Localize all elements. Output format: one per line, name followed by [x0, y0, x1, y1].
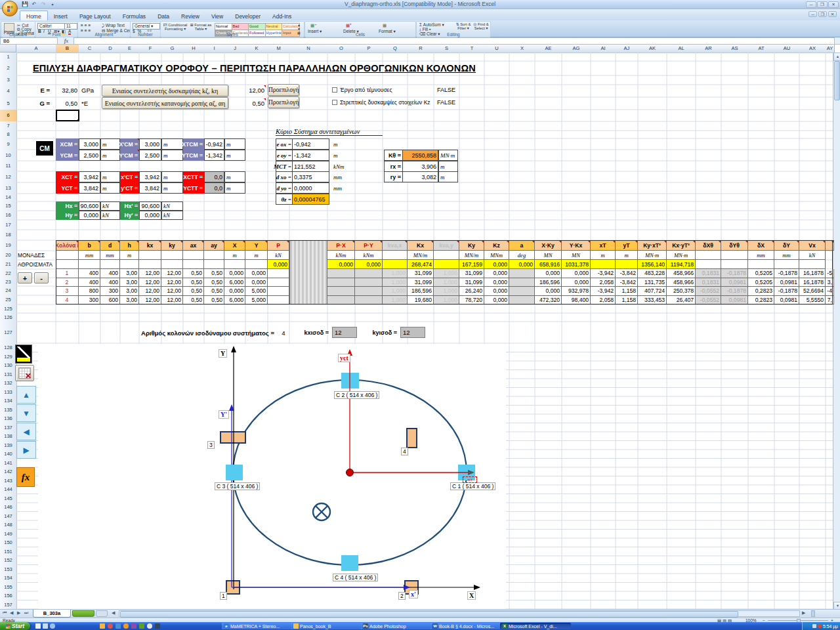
table-unit[interactable]: m	[120, 251, 139, 260]
table-header-Kx[interactable]: Kx	[408, 240, 434, 251]
table-cell[interactable]: 0,000	[484, 287, 509, 296]
table-sum[interactable]: 1356,140	[638, 260, 667, 269]
row-header-141[interactable]: 141	[0, 459, 17, 469]
quicklaunch-icon[interactable]	[50, 623, 55, 629]
table-cell[interactable]: 7,	[826, 296, 834, 305]
row-header-2[interactable]: 2	[0, 61, 17, 76]
table-cell[interactable]: 0,2823	[748, 296, 774, 305]
taskbar-button-folder[interactable]: Panos_book_B	[291, 623, 362, 629]
table-cell[interactable]	[268, 287, 289, 296]
table-cell[interactable]	[355, 269, 383, 278]
table-cell[interactable]	[268, 296, 289, 305]
table-header-δY[interactable]: δY	[774, 240, 799, 251]
table-cell[interactable]: 1,158	[616, 287, 638, 296]
row-header-15[interactable]: 15	[0, 201, 17, 211]
sheet-tab-active[interactable]: B_303a	[33, 610, 71, 618]
hscroll-thumb[interactable]	[120, 611, 738, 618]
row-header-13[interactable]: 13	[0, 182, 17, 194]
table-unit[interactable]: m	[591, 251, 616, 260]
table-cell[interactable]: 3,00	[120, 269, 139, 278]
save-icon[interactable]: 💾	[21, 1, 29, 8]
selected-cell-b6[interactable]	[56, 110, 79, 121]
table-cell[interactable]: 0,000	[484, 278, 509, 287]
table-unit[interactable]	[383, 251, 408, 260]
table-sum[interactable]	[79, 260, 100, 269]
table-sum[interactable]	[161, 260, 183, 269]
table-sum[interactable]	[204, 260, 224, 269]
table-cell[interactable]: 0,000	[245, 278, 268, 287]
row-header-149[interactable]: 149	[0, 530, 17, 539]
table-cell[interactable]: 2	[56, 278, 79, 287]
row-header-143[interactable]: 143	[0, 476, 17, 486]
table-cell[interactable]: 400	[100, 278, 120, 287]
table-unit[interactable]	[56, 251, 79, 260]
select-all-corner[interactable]	[0, 45, 16, 52]
table-unit[interactable]: kN	[799, 251, 826, 260]
office-button[interactable]	[2, 1, 18, 16]
table-header-Κολόνα i[interactable]: Κολόνα i	[56, 240, 79, 251]
row-header-152[interactable]: 152	[0, 556, 17, 566]
table-unit[interactable]: kNm	[355, 251, 383, 260]
table-unit[interactable]	[434, 251, 459, 260]
row-header-3[interactable]: 3	[0, 75, 17, 85]
table-cell[interactable]: 12,00	[161, 296, 183, 305]
quicklaunch-icon[interactable]	[131, 623, 136, 629]
check2-checkbox[interactable]	[332, 100, 337, 105]
table-cell[interactable]: 1,000	[434, 278, 459, 287]
hscroll-left-icon[interactable]: ◀	[112, 610, 115, 616]
table-cell[interactable]: 0,000	[245, 269, 268, 278]
table-unit[interactable]: m	[616, 251, 638, 260]
vscroll-thumb[interactable]	[834, 61, 840, 100]
table-cell[interactable]: 300	[79, 296, 100, 305]
vertical-scrollbar[interactable]: ▲ ▼	[833, 52, 840, 609]
scroll-up-icon[interactable]: ▲	[833, 52, 840, 61]
table-header-d[interactable]: d	[100, 240, 120, 251]
table-cell[interactable]: 0,000	[224, 269, 245, 278]
table-unit[interactable]: mm	[748, 251, 774, 260]
table-cell[interactable]: 0,000	[224, 287, 245, 296]
table-cell[interactable]: 26,407	[667, 296, 696, 305]
table-header-Y[interactable]: Y	[245, 240, 268, 251]
table-sum[interactable]: 0,000	[484, 260, 509, 269]
table-unit[interactable]: MNm	[484, 251, 509, 260]
table-cell[interactable]: 52,6694	[799, 287, 826, 296]
table-sum[interactable]: 0,000	[509, 260, 535, 269]
table-cell[interactable]: 0,50	[183, 269, 204, 278]
row-header-148[interactable]: 148	[0, 520, 17, 530]
table-unit[interactable]: MN·m	[638, 251, 667, 260]
table-cell[interactable]	[327, 296, 355, 305]
row-header-12[interactable]: 12	[0, 171, 17, 183]
table-cell[interactable]: 0,50	[183, 287, 204, 296]
table-cell[interactable]: 19,680	[408, 296, 434, 305]
table-cell[interactable]: 0,000	[535, 269, 562, 278]
table-cell[interactable]	[327, 287, 355, 296]
table-cell[interactable]: 600	[100, 296, 120, 305]
e-value[interactable]: 32,80	[54, 85, 79, 95]
row-header-139[interactable]: 139	[0, 441, 17, 451]
table-unit[interactable]: deg	[509, 251, 535, 260]
row-header-151[interactable]: 151	[0, 547, 17, 557]
table-sum[interactable]	[224, 260, 245, 269]
table-cell[interactable]	[355, 296, 383, 305]
table-cell[interactable]: -0,0552	[696, 296, 721, 305]
row-header-4[interactable]: 4	[0, 85, 17, 98]
quicklaunch-icon[interactable]	[35, 623, 41, 629]
redo-icon[interactable]: ↷	[39, 1, 47, 8]
table-cell[interactable]: 186,596	[408, 287, 434, 296]
table-unit[interactable]: MN·m	[667, 251, 696, 260]
tab-first-icon[interactable]: ⏮	[3, 610, 7, 616]
table-sum[interactable]	[774, 260, 799, 269]
row-header-22[interactable]: 22	[0, 269, 17, 278]
table-cell[interactable]: 0,000	[562, 269, 591, 278]
table-cell[interactable]: 6,000	[224, 296, 245, 305]
row-header-5[interactable]: 5	[0, 97, 17, 110]
table-sum[interactable]	[56, 260, 79, 269]
table-cell[interactable]: 186,596	[535, 278, 562, 287]
table-sum[interactable]	[100, 260, 120, 269]
add-column-button[interactable]: +	[18, 272, 32, 284]
table-sum[interactable]: 1031,378	[562, 260, 591, 269]
fill-handle[interactable]	[77, 119, 79, 121]
table-cell[interactable]	[509, 287, 535, 296]
row-header-125[interactable]: 125	[0, 304, 17, 314]
tab-split-handle[interactable]	[811, 610, 815, 617]
